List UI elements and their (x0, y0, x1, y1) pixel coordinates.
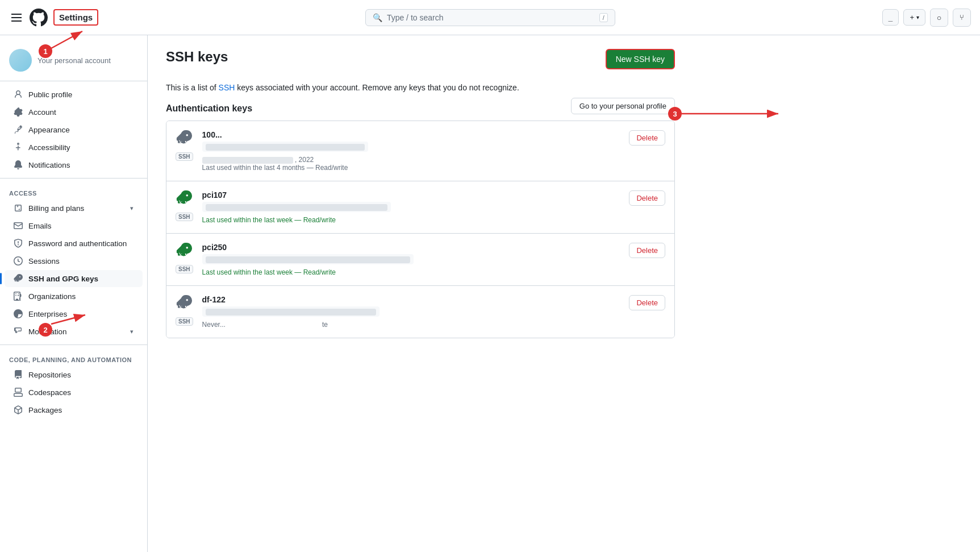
search-icon: 🔍 (373, 13, 382, 22)
sidebar-item-label: Account (28, 108, 56, 117)
key-actions: Delete (629, 130, 665, 146)
sidebar-item-emails[interactable]: Emails (5, 217, 143, 234)
sidebar-item-accessibility[interactable]: Accessibility (5, 139, 143, 156)
account-label: Your personal account (37, 56, 111, 65)
add-chevron-icon: ▾ (916, 14, 919, 20)
key-fingerprint (202, 142, 368, 152)
key-meta: , 2022 Last used within the last 4 month… (202, 156, 620, 172)
search-bar[interactable]: 🔍 Type / to search / (365, 9, 615, 26)
key-icon (176, 130, 192, 150)
key-icon-wrap: SSH (176, 243, 193, 273)
key-icon-wrap: SSH (176, 130, 193, 161)
ssh-badge: SSH (176, 265, 193, 273)
moderation-row: Moderation ▾ (28, 327, 134, 336)
key-name: pci107 (202, 190, 620, 200)
activity-icon: ○ (937, 13, 941, 22)
terminal-icon: _ (889, 13, 893, 22)
key-name: df-122 (202, 295, 620, 304)
personal-profile-button[interactable]: Go to your personal profile (571, 98, 675, 114)
key-name: 100... (202, 130, 620, 139)
sidebar-item-enterprises[interactable]: Enterprises (5, 305, 143, 322)
repo-icon (14, 370, 23, 379)
codespaces-icon (14, 388, 23, 397)
billing-icon (14, 204, 23, 213)
settings-title: Settings (53, 9, 98, 26)
activity-button[interactable]: ○ (930, 9, 948, 27)
top-navigation: Settings 🔍 Type / to search / _ + ▾ ○ ⑂ (0, 0, 980, 35)
ssh-link[interactable]: SSH (219, 83, 235, 92)
key-icon (176, 190, 192, 210)
key-meta: Never... te (202, 321, 620, 329)
ssh-key-item: SSH pci250 Last used within the last wee… (166, 234, 674, 286)
sidebar-item-codespaces[interactable]: Codespaces (5, 384, 143, 401)
key-meta: Last used within the last week — Read/wr… (202, 216, 620, 224)
sidebar-item-label: Notifications (28, 161, 70, 169)
delete-key-button[interactable]: Delete (629, 130, 665, 146)
sidebar-item-label: Public profile (28, 90, 72, 99)
add-menu-button[interactable]: + ▾ (903, 9, 925, 26)
plus-icon: + (910, 13, 914, 22)
page-description: This is a list of SSH keys associated wi… (166, 83, 675, 92)
delete-key-button[interactable]: Delete (629, 243, 665, 258)
key-fingerprint (202, 254, 414, 264)
sidebar-item-label: Emails (28, 222, 52, 230)
avatar (9, 49, 32, 72)
sidebar-item-moderation[interactable]: Moderation ▾ (5, 323, 143, 340)
sidebar-item-label: Appearance (28, 126, 70, 134)
sidebar-profile: Your personal account (0, 44, 147, 81)
new-ssh-key-button[interactable]: New SSH key (606, 49, 675, 69)
ssh-key-list: SSH 100... , 2022 Last used within the l… (166, 121, 675, 338)
moderation-icon (14, 327, 23, 336)
sidebar-item-password-auth[interactable]: Password and authentication (5, 235, 143, 252)
search-slash-badge: / (599, 13, 608, 22)
topnav-right: _ + ▾ ○ ⑂ (882, 9, 971, 27)
accessibility-icon (14, 143, 23, 152)
sidebar-item-label: Organizations (28, 292, 76, 301)
pull-request-button[interactable]: ⑂ (953, 9, 971, 27)
key-details: 100... , 2022 Last used within the last … (202, 130, 620, 172)
key-fingerprint (202, 202, 391, 212)
ssh-key-item: SSH df-122 Never... te De (166, 286, 674, 338)
delete-key-button[interactable]: Delete (629, 295, 665, 310)
sidebar-item-public-profile[interactable]: Public profile (5, 86, 143, 103)
page-title: SSH keys (166, 49, 228, 65)
key-icon (176, 295, 192, 315)
sidebar-item-billing[interactable]: Billing and plans ▾ (5, 200, 143, 217)
delete-key-button[interactable]: Delete (629, 190, 665, 206)
key-details: df-122 Never... te (202, 295, 620, 329)
sidebar-item-repositories[interactable]: Repositories (5, 366, 143, 383)
sidebar-item-label: Enterprises (28, 310, 67, 318)
sidebar-item-organizations[interactable]: Organizations (5, 288, 143, 305)
mail-icon (14, 221, 23, 230)
sidebar-item-sessions[interactable]: Sessions (5, 252, 143, 269)
key-fingerprint (202, 306, 380, 317)
key-actions: Delete (629, 243, 665, 258)
key-details: pci250 Last used within the last week — … (202, 243, 620, 276)
sidebar-item-appearance[interactable]: Appearance (5, 121, 143, 138)
main-content: Go to your personal profile SSH keys New… (148, 35, 693, 552)
sidebar-item-packages[interactable]: Packages (5, 401, 143, 418)
ssh-badge: SSH (176, 213, 193, 221)
ssh-key-item: SSH 100... , 2022 Last used within the l… (166, 121, 674, 181)
topnav-center: 🔍 Type / to search / (105, 9, 875, 26)
key-name: pci250 (202, 243, 620, 252)
hamburger-menu-button[interactable] (9, 11, 24, 24)
access-section-label: Access (0, 183, 147, 199)
sidebar-item-account[interactable]: Account (5, 103, 143, 121)
key-actions: Delete (629, 190, 665, 206)
sidebar-item-ssh-gpg[interactable]: SSH and GPG keys (5, 270, 143, 287)
sidebar-item-label: Accessibility (28, 143, 70, 152)
terminal-button[interactable]: _ (882, 9, 899, 26)
gear-icon (14, 107, 23, 117)
key-icon (176, 243, 192, 263)
bell-icon (14, 160, 23, 169)
globe-icon (14, 309, 23, 318)
ssh-badge: SSH (176, 317, 193, 326)
sidebar-item-notifications[interactable]: Notifications (5, 156, 143, 173)
sidebar-item-label: Repositories (28, 371, 71, 379)
sidebar-item-label: Moderation (28, 327, 67, 336)
sidebar-divider-2 (0, 345, 147, 345)
shield-icon (14, 239, 23, 248)
key-meta: Last used within the last week — Read/wr… (202, 268, 620, 276)
person-icon (14, 90, 23, 99)
